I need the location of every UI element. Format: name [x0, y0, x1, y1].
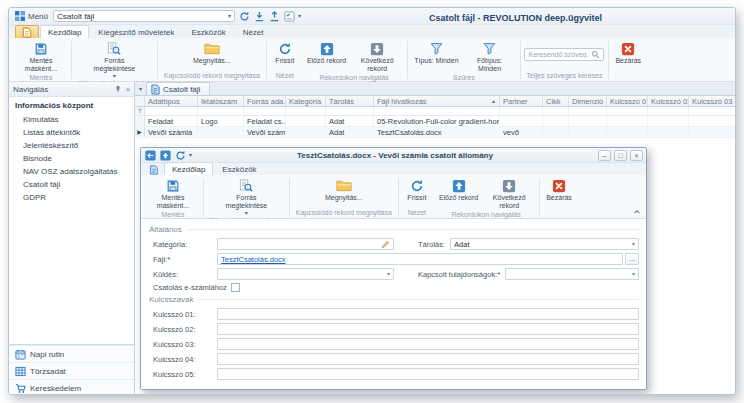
sidebar-item-csatolt-fajl[interactable]: Csatolt fájl [9, 178, 134, 191]
menu-button[interactable]: Menü [28, 12, 48, 21]
kategoria-field[interactable] [217, 238, 394, 250]
chevron-down-icon[interactable]: ▾ [632, 271, 635, 277]
table-row[interactable]: ▶ Vevői számla Vevői szám... Adat TesztC… [135, 127, 735, 138]
kulcsszo-01-input[interactable] [217, 308, 639, 320]
document-tab-csatolt-fajl[interactable]: Csatolt fájl [146, 82, 210, 95]
close-dialog-ribbon-button[interactable]: Bezárás [543, 176, 575, 202]
dialog-file-menu-tab[interactable] [145, 164, 163, 175]
back-icon[interactable] [144, 149, 156, 161]
refresh-icon[interactable] [238, 10, 250, 22]
module-combo[interactable]: Csatolt fájl ▾ [53, 10, 235, 22]
filter-cell[interactable] [607, 107, 648, 115]
import-icon[interactable] [253, 10, 265, 22]
kulcsszo-04-input[interactable] [217, 353, 639, 365]
prev-record-button[interactable]: Előző rekord [436, 176, 481, 202]
minimize-button[interactable]: – [598, 150, 611, 161]
column-header[interactable]: Partner [500, 96, 543, 106]
column-header[interactable]: Tárolás [326, 96, 374, 106]
filter-cell[interactable] [244, 107, 286, 115]
kapcsolt-select[interactable]: ▾ [505, 268, 639, 280]
filter-cell[interactable] [648, 107, 689, 115]
chevron-down-icon[interactable]: ▾ [228, 13, 231, 19]
sidebar-item-kimutatas[interactable]: Kimutatás [9, 113, 134, 126]
sidebar-item-listas-attekintok[interactable]: Listás áttekintők [9, 126, 134, 139]
kulcsszo-05-input[interactable] [217, 368, 639, 380]
view-source-button[interactable]: Forrás megtekintése ▾ [87, 39, 141, 79]
column-header[interactable]: Kulcsszó 01 [607, 96, 648, 106]
column-header[interactable]: Adattípus [145, 96, 198, 106]
tab-kiegeszito-muveletek[interactable]: Kiegészítő műveletek [90, 25, 182, 38]
chevron-down-icon[interactable]: ▾ [632, 241, 635, 247]
maintype-filter-button[interactable]: Főtípus: Minden [463, 39, 517, 73]
filter-cell[interactable] [500, 107, 543, 115]
checklist-icon[interactable] [283, 10, 295, 22]
pencil-icon[interactable] [381, 240, 390, 249]
filter-cell[interactable] [198, 107, 244, 115]
collapse-ribbon-icon[interactable] [633, 208, 641, 216]
column-header[interactable]: Cikk [543, 96, 569, 106]
sidebar-item-nav-osz[interactable]: NAV OSZ adatszolgáltatás [9, 165, 134, 178]
save-as-button[interactable]: Mentés másként... [14, 39, 68, 73]
refresh-button[interactable]: Frissít [404, 176, 429, 202]
column-header[interactable]: Kategória [286, 96, 326, 106]
type-filter-button[interactable]: Típus: Minden [411, 39, 461, 65]
file-link[interactable]: TesztCsatolás.docx [221, 255, 286, 264]
csatolas-eszamla-checkbox[interactable] [231, 283, 240, 292]
dialog-tab-eszkozok[interactable]: Eszközök [214, 162, 264, 175]
next-record-button[interactable]: Következő rekord [350, 39, 404, 73]
column-header[interactable]: Dimenzió [569, 96, 607, 106]
chevron-down-icon[interactable]: ▾ [387, 271, 390, 277]
sidebar-item-bisnode[interactable]: Bisnode [9, 152, 134, 165]
sidebar-item-torzsadat[interactable]: Törzsadat [9, 362, 134, 379]
filter-cell[interactable] [286, 107, 326, 115]
sidebar-item-napi-rutin[interactable]: Napi rutin [9, 345, 134, 362]
close-module-button[interactable]: Bezárás [612, 39, 644, 65]
sidebar-item-gdpr[interactable]: GDPR [9, 191, 134, 204]
dialog-tab-kezdolap[interactable]: Kezdőlap [164, 162, 213, 175]
open-button[interactable]: Megnyitás... [190, 39, 234, 65]
filter-cell[interactable] [543, 107, 569, 115]
table-row[interactable]: Feladat Logo Feladat cs... Adat 05-Revol… [135, 116, 735, 127]
column-header[interactable]: Fájl hivatkozás▲ [374, 96, 500, 106]
view-source-button[interactable]: Forrás megtekintése ▾ [219, 176, 273, 216]
refresh-icon[interactable] [174, 149, 186, 161]
search-icon[interactable] [591, 50, 600, 59]
save-as-button[interactable]: Mentés másként... [146, 176, 200, 210]
kuldes-select[interactable]: ▾ [217, 268, 394, 280]
column-header[interactable]: Kulcsszó 02 [648, 96, 689, 106]
filter-cell[interactable] [374, 107, 500, 115]
maximize-button[interactable]: □ [614, 150, 627, 161]
column-header[interactable]: Forrás ada... [244, 96, 286, 106]
chevron-down-icon[interactable]: ▾ [189, 152, 192, 158]
filter-cell[interactable] [569, 107, 607, 115]
tab-list-chevron-icon[interactable]: ▾ [137, 85, 144, 95]
filter-cell[interactable] [689, 107, 735, 115]
kulcsszo-02-input[interactable] [217, 323, 639, 335]
up-arrow-icon[interactable] [159, 149, 171, 161]
search-input[interactable] [528, 51, 589, 58]
close-button[interactable]: × [630, 150, 643, 161]
column-header[interactable]: Iktatószám [198, 96, 244, 106]
pin-icon[interactable] [114, 85, 122, 93]
export-icon[interactable] [268, 10, 280, 22]
filter-cell[interactable] [145, 107, 198, 115]
tab-kezdolap[interactable]: Kezdőlap [40, 25, 89, 38]
prev-record-button[interactable]: Előző rekord [304, 39, 349, 65]
kulcsszo-03-input[interactable] [217, 338, 639, 350]
sidebar-item-kereskedelem[interactable]: Kereskedelem [9, 379, 134, 395]
qat-chevron-down-icon[interactable]: ▾ [298, 13, 301, 19]
refresh-button[interactable]: Frissít [272, 39, 297, 65]
sidebar-item-jelenteskeszito[interactable]: Jelentéskészítő [9, 139, 134, 152]
close-icon[interactable]: × [126, 86, 130, 93]
browse-button[interactable]: … [625, 253, 639, 265]
filter-cell[interactable] [326, 107, 374, 115]
sidebar-group-informacios-kozpont[interactable]: Információs központ [9, 97, 134, 113]
tab-nezet[interactable]: Nézet [235, 25, 272, 38]
tarolas-select[interactable]: Adat ▾ [450, 238, 639, 250]
fajl-field[interactable]: TesztCsatolás.docx [217, 253, 623, 265]
open-button[interactable]: Megnyitás... [322, 176, 366, 202]
next-record-button[interactable]: Következő rekord [482, 176, 536, 210]
file-menu-tab[interactable] [15, 25, 39, 38]
tab-eszkozok[interactable]: Eszközök [183, 25, 233, 38]
column-header[interactable]: Kulcsszó 03 [689, 96, 735, 106]
